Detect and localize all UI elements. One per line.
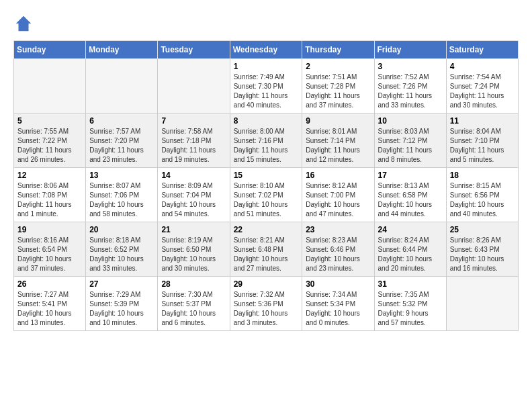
cell-content: Sunrise: 8:21 AM Sunset: 6:48 PM Dayligh… bbox=[234, 236, 299, 273]
page-header bbox=[13, 13, 519, 34]
cell-content: Sunrise: 8:07 AM Sunset: 7:06 PM Dayligh… bbox=[89, 181, 154, 219]
day-number: 31 bbox=[378, 279, 443, 289]
day-number: 16 bbox=[306, 171, 370, 180]
calendar-cell: 9Sunrise: 8:01 AM Sunset: 7:14 PM Daylig… bbox=[302, 113, 374, 168]
day-number: 30 bbox=[306, 279, 370, 289]
cell-content: Sunrise: 7:51 AM Sunset: 7:28 PM Dayligh… bbox=[306, 73, 370, 110]
logo bbox=[13, 13, 37, 34]
calendar-week-row: 12Sunrise: 8:06 AM Sunset: 7:08 PM Dayli… bbox=[14, 168, 519, 222]
calendar-cell: 12Sunrise: 8:06 AM Sunset: 7:08 PM Dayli… bbox=[14, 168, 86, 222]
calendar-cell: 20Sunrise: 8:18 AM Sunset: 6:52 PM Dayli… bbox=[86, 222, 158, 277]
calendar-cell: 19Sunrise: 8:16 AM Sunset: 6:54 PM Dayli… bbox=[14, 222, 86, 277]
cell-content: Sunrise: 8:12 AM Sunset: 7:00 PM Dayligh… bbox=[306, 181, 370, 219]
day-number: 20 bbox=[89, 225, 154, 234]
day-number: 23 bbox=[306, 225, 370, 234]
calendar-cell: 22Sunrise: 8:21 AM Sunset: 6:48 PM Dayli… bbox=[230, 222, 302, 277]
calendar-cell: 11Sunrise: 8:04 AM Sunset: 7:10 PM Dayli… bbox=[446, 113, 518, 168]
calendar-cell: 21Sunrise: 8:19 AM Sunset: 6:50 PM Dayli… bbox=[158, 222, 230, 277]
day-number: 14 bbox=[161, 171, 226, 180]
calendar-cell: 27Sunrise: 7:29 AM Sunset: 5:39 PM Dayli… bbox=[86, 277, 158, 331]
calendar-cell: 24Sunrise: 8:24 AM Sunset: 6:44 PM Dayli… bbox=[374, 222, 446, 277]
calendar-cell: 2Sunrise: 7:51 AM Sunset: 7:28 PM Daylig… bbox=[302, 59, 374, 113]
cell-content: Sunrise: 8:04 AM Sunset: 7:10 PM Dayligh… bbox=[450, 127, 515, 165]
cell-content: Sunrise: 7:54 AM Sunset: 7:24 PM Dayligh… bbox=[450, 73, 515, 110]
day-number: 2 bbox=[306, 62, 370, 71]
cell-content: Sunrise: 7:55 AM Sunset: 7:22 PM Dayligh… bbox=[17, 127, 82, 165]
calendar-cell: 10Sunrise: 8:03 AM Sunset: 7:12 PM Dayli… bbox=[374, 113, 446, 168]
calendar-header-wednesday: Wednesday bbox=[230, 41, 302, 59]
day-number: 21 bbox=[161, 225, 226, 234]
day-number: 26 bbox=[17, 279, 82, 289]
calendar-cell: 5Sunrise: 7:55 AM Sunset: 7:22 PM Daylig… bbox=[14, 113, 86, 168]
logo-icon bbox=[13, 13, 34, 34]
cell-content: Sunrise: 7:57 AM Sunset: 7:20 PM Dayligh… bbox=[89, 127, 154, 165]
calendar-header-row: SundayMondayTuesdayWednesdayThursdayFrid… bbox=[14, 41, 519, 59]
calendar-cell: 23Sunrise: 8:23 AM Sunset: 6:46 PM Dayli… bbox=[302, 222, 374, 277]
calendar-cell: 30Sunrise: 7:34 AM Sunset: 5:34 PM Dayli… bbox=[302, 277, 374, 331]
calendar-header-tuesday: Tuesday bbox=[158, 41, 230, 59]
calendar-cell: 7Sunrise: 7:58 AM Sunset: 7:18 PM Daylig… bbox=[158, 113, 230, 168]
calendar-cell: 15Sunrise: 8:10 AM Sunset: 7:02 PM Dayli… bbox=[230, 168, 302, 222]
cell-content: Sunrise: 7:27 AM Sunset: 5:41 PM Dayligh… bbox=[17, 290, 82, 328]
calendar-cell: 17Sunrise: 8:13 AM Sunset: 6:58 PM Dayli… bbox=[374, 168, 446, 222]
day-number: 11 bbox=[450, 116, 515, 126]
calendar-header-thursday: Thursday bbox=[302, 41, 374, 59]
cell-content: Sunrise: 8:23 AM Sunset: 6:46 PM Dayligh… bbox=[306, 236, 370, 273]
day-number: 9 bbox=[306, 116, 370, 126]
calendar-cell: 16Sunrise: 8:12 AM Sunset: 7:00 PM Dayli… bbox=[302, 168, 374, 222]
calendar-cell: 31Sunrise: 7:35 AM Sunset: 5:32 PM Dayli… bbox=[374, 277, 446, 331]
cell-content: Sunrise: 7:35 AM Sunset: 5:32 PM Dayligh… bbox=[378, 290, 443, 328]
cell-content: Sunrise: 7:29 AM Sunset: 5:39 PM Dayligh… bbox=[89, 290, 154, 328]
cell-content: Sunrise: 8:00 AM Sunset: 7:16 PM Dayligh… bbox=[234, 127, 299, 165]
day-number: 1 bbox=[234, 62, 299, 71]
day-number: 19 bbox=[17, 225, 82, 234]
calendar-week-row: 5Sunrise: 7:55 AM Sunset: 7:22 PM Daylig… bbox=[14, 113, 519, 168]
calendar-cell: 18Sunrise: 8:15 AM Sunset: 6:56 PM Dayli… bbox=[446, 168, 518, 222]
day-number: 3 bbox=[378, 62, 443, 71]
cell-content: Sunrise: 8:15 AM Sunset: 6:56 PM Dayligh… bbox=[450, 181, 515, 219]
calendar-cell: 1Sunrise: 7:49 AM Sunset: 7:30 PM Daylig… bbox=[230, 59, 302, 113]
day-number: 8 bbox=[234, 116, 299, 126]
cell-content: Sunrise: 8:16 AM Sunset: 6:54 PM Dayligh… bbox=[17, 236, 82, 273]
calendar-week-row: 19Sunrise: 8:16 AM Sunset: 6:54 PM Dayli… bbox=[14, 222, 519, 277]
cell-content: Sunrise: 7:32 AM Sunset: 5:36 PM Dayligh… bbox=[234, 290, 299, 328]
day-number: 7 bbox=[161, 116, 226, 126]
calendar-cell: 8Sunrise: 8:00 AM Sunset: 7:16 PM Daylig… bbox=[230, 113, 302, 168]
cell-content: Sunrise: 8:24 AM Sunset: 6:44 PM Dayligh… bbox=[378, 236, 443, 273]
day-number: 17 bbox=[378, 171, 443, 180]
cell-content: Sunrise: 8:01 AM Sunset: 7:14 PM Dayligh… bbox=[306, 127, 370, 165]
cell-content: Sunrise: 8:26 AM Sunset: 6:43 PM Dayligh… bbox=[450, 236, 515, 273]
calendar-cell: 28Sunrise: 7:30 AM Sunset: 5:37 PM Dayli… bbox=[158, 277, 230, 331]
day-number: 12 bbox=[17, 171, 82, 180]
cell-content: Sunrise: 7:58 AM Sunset: 7:18 PM Dayligh… bbox=[161, 127, 226, 165]
cell-content: Sunrise: 8:18 AM Sunset: 6:52 PM Dayligh… bbox=[89, 236, 154, 273]
cell-content: Sunrise: 7:49 AM Sunset: 7:30 PM Dayligh… bbox=[234, 73, 299, 110]
cell-content: Sunrise: 8:09 AM Sunset: 7:04 PM Dayligh… bbox=[161, 181, 226, 219]
calendar-cell: 6Sunrise: 7:57 AM Sunset: 7:20 PM Daylig… bbox=[86, 113, 158, 168]
cell-content: Sunrise: 8:13 AM Sunset: 6:58 PM Dayligh… bbox=[378, 181, 443, 219]
cell-content: Sunrise: 8:06 AM Sunset: 7:08 PM Dayligh… bbox=[17, 181, 82, 219]
calendar-cell: 4Sunrise: 7:54 AM Sunset: 7:24 PM Daylig… bbox=[446, 59, 518, 113]
day-number: 29 bbox=[234, 279, 299, 289]
day-number: 6 bbox=[89, 116, 154, 126]
day-number: 10 bbox=[378, 116, 443, 126]
calendar-cell: 13Sunrise: 8:07 AM Sunset: 7:06 PM Dayli… bbox=[86, 168, 158, 222]
day-number: 18 bbox=[450, 171, 515, 180]
day-number: 25 bbox=[450, 225, 515, 234]
calendar-cell: 14Sunrise: 8:09 AM Sunset: 7:04 PM Dayli… bbox=[158, 168, 230, 222]
cell-content: Sunrise: 7:52 AM Sunset: 7:26 PM Dayligh… bbox=[378, 73, 443, 110]
calendar-cell: 26Sunrise: 7:27 AM Sunset: 5:41 PM Dayli… bbox=[14, 277, 86, 331]
calendar-cell bbox=[446, 277, 518, 331]
calendar-cell: 29Sunrise: 7:32 AM Sunset: 5:36 PM Dayli… bbox=[230, 277, 302, 331]
cell-content: Sunrise: 8:03 AM Sunset: 7:12 PM Dayligh… bbox=[378, 127, 443, 165]
day-number: 15 bbox=[234, 171, 299, 180]
day-number: 27 bbox=[89, 279, 154, 289]
calendar-cell bbox=[14, 59, 86, 113]
calendar-week-row: 26Sunrise: 7:27 AM Sunset: 5:41 PM Dayli… bbox=[14, 277, 519, 331]
calendar-cell bbox=[86, 59, 158, 113]
calendar-cell bbox=[158, 59, 230, 113]
day-number: 13 bbox=[89, 171, 154, 180]
calendar-week-row: 1Sunrise: 7:49 AM Sunset: 7:30 PM Daylig… bbox=[14, 59, 519, 113]
calendar-cell: 25Sunrise: 8:26 AM Sunset: 6:43 PM Dayli… bbox=[446, 222, 518, 277]
cell-content: Sunrise: 8:10 AM Sunset: 7:02 PM Dayligh… bbox=[234, 181, 299, 219]
